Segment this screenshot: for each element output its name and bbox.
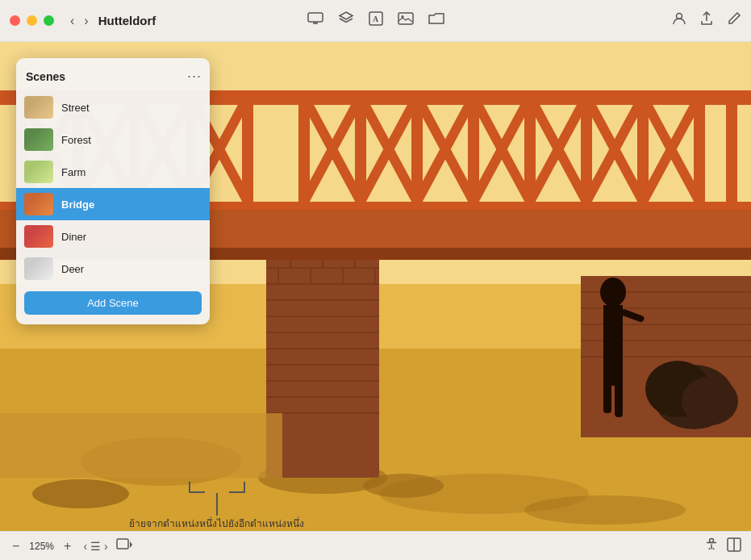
titlebar: ‹ › Hutteldorf A [0,0,751,42]
zoom-value[interactable]: 125% [25,539,58,554]
person-icon[interactable] [672,11,686,30]
scene-item-bridge[interactable]: Bridge [16,188,210,220]
scene-thumb-farm [24,161,53,183]
accessibility-icon[interactable] [704,537,719,555]
svg-point-80 [600,278,626,307]
svg-rect-51 [726,90,737,210]
present-button[interactable] [116,538,132,554]
svg-rect-83 [615,373,623,417]
zoom-out-button[interactable]: − [10,539,22,554]
scene-label-forest: Forest [61,134,91,146]
scene-thumb-street [24,96,53,119]
folder-icon[interactable] [428,12,444,29]
scenes-menu-button[interactable]: ··· [187,68,202,85]
bracket-right [229,482,245,493]
main-content: Scenes ··· Street Forest Farm Bridge Din… [0,42,751,531]
svg-rect-5 [398,13,413,24]
prev-button[interactable]: ‹ [83,540,87,553]
scene-thumb-forest [24,128,53,151]
list-button[interactable]: ☰ [90,540,101,553]
scene-item-street[interactable]: Street [16,91,210,123]
forward-button[interactable]: › [81,12,91,30]
nav-arrows: ‹ ☰ › [83,540,107,553]
close-button[interactable] [10,15,20,26]
scene-item-deer[interactable]: Deer [16,253,210,285]
back-button[interactable]: ‹ [67,12,77,30]
tooltip-text: ย้ายจากตำแหน่งหนึ่งไปยังอีกตำแหน่งหนึ่ง [129,516,304,531]
add-scene-button[interactable]: Add Scene [24,291,202,315]
svg-rect-82 [603,365,611,413]
layers-icon[interactable] [338,11,354,30]
monitor-icon[interactable] [307,12,323,29]
svg-rect-91 [117,539,128,549]
traffic-lights [10,15,54,26]
svg-point-89 [32,479,129,508]
tooltip-bracket [189,482,245,493]
bottom-right-tools [704,537,741,555]
scene-thumb-diner [24,225,53,248]
bracket-left [189,482,205,493]
scene-item-farm[interactable]: Farm [16,156,210,188]
scene-item-forest[interactable]: Forest [16,123,210,156]
tooltip-line [216,493,218,516]
tooltip-container: ย้ายจากตำแหน่งหนึ่งไปยังอีกตำแหน่งหนึ่ง [129,482,304,531]
scene-label-farm: Farm [61,166,86,178]
maximize-button[interactable] [44,15,54,26]
titlebar-title: Hutteldorf [98,14,156,27]
scenes-header: Scenes ··· [16,66,210,91]
svg-point-90 [363,474,444,498]
svg-text:A: A [373,15,379,23]
svg-rect-88 [0,413,282,478]
svg-rect-0 [308,13,323,22]
svg-marker-92 [130,541,132,548]
share-icon[interactable] [699,11,714,30]
view-icon[interactable] [727,537,741,555]
scene-label-bridge: Bridge [61,199,94,211]
titlebar-nav: ‹ › [67,12,92,30]
text-icon[interactable]: A [369,11,383,30]
minimize-button[interactable] [27,15,37,26]
scenes-panel: Scenes ··· Street Forest Farm Bridge Din… [16,58,210,324]
svg-point-14 [524,495,686,524]
scene-item-diner[interactable]: Diner [16,220,210,253]
next-button[interactable]: › [104,540,108,553]
svg-point-87 [682,377,738,425]
image-icon[interactable] [398,12,414,29]
scene-thumb-bridge [24,193,53,215]
right-toolbar [672,11,741,30]
bottom-bar: − 125% + ‹ ☰ › ย้ายจากตำแหน่งหนึ่งไปยังอ… [0,531,751,560]
scene-label-diner: Diner [61,231,86,243]
edit-icon[interactable] [727,11,741,30]
scene-label-deer: Deer [61,263,84,275]
zoom-in-button[interactable]: + [61,539,73,554]
scene-thumb-deer [24,257,53,280]
center-toolbar: A [307,11,444,30]
zoom-controls: − 125% + [10,539,73,554]
scenes-title: Scenes [26,70,65,83]
scene-label-street: Street [61,102,90,114]
